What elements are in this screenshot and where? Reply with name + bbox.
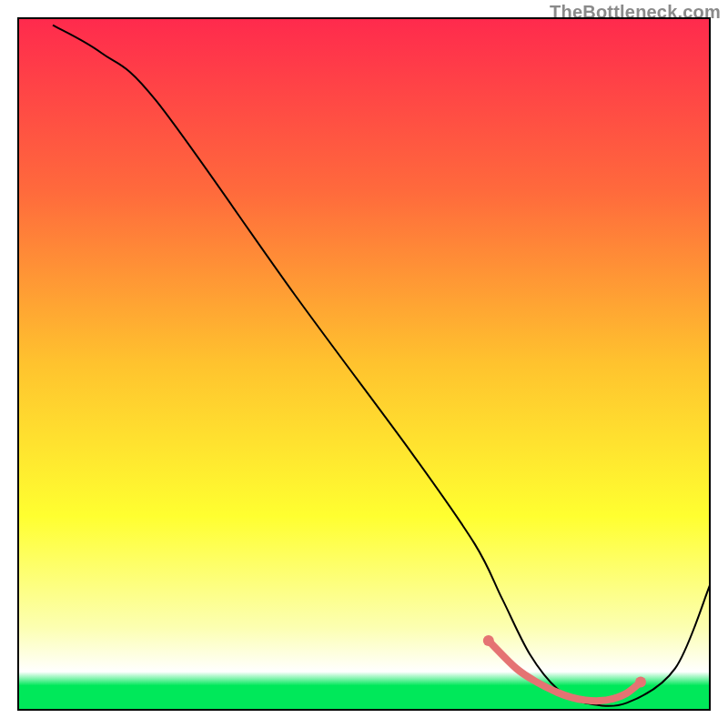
optimal-zone-end-dot bbox=[635, 677, 646, 688]
bottleneck-chart bbox=[0, 0, 728, 728]
optimal-zone-start-dot bbox=[483, 635, 494, 646]
gradient-background bbox=[18, 18, 710, 710]
plot-area bbox=[18, 18, 710, 710]
